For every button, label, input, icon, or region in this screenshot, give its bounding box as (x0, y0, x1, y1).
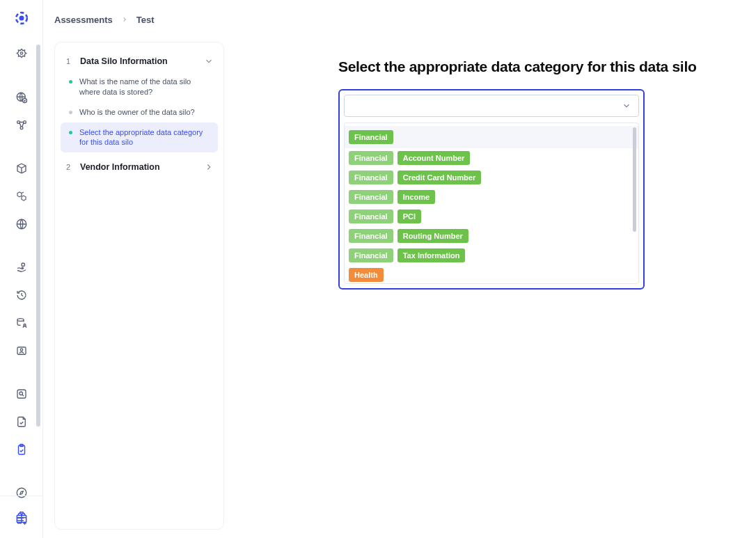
breadcrumb: Assessments Test (43, 0, 756, 39)
breadcrumb-root[interactable]: Assessments (54, 15, 113, 25)
category-tag: Credit Card Number (397, 171, 482, 184)
question-item[interactable]: What is the name of the data silo where … (61, 72, 218, 102)
main-area: Assessments Test 1 Data Silo Information (43, 0, 756, 538)
svg-point-13 (20, 349, 22, 351)
status-dot-icon (69, 111, 72, 114)
app-logo[interactable] (11, 8, 32, 28)
dropdown-scrollbar[interactable] (633, 127, 636, 232)
chevron-down-icon (204, 56, 214, 66)
question-item[interactable]: Who is the owner of the data silo? (61, 102, 218, 122)
category-tag: Routing Number (397, 229, 468, 243)
dropdown-option[interactable]: Health (345, 265, 638, 284)
svg-point-15 (19, 392, 23, 395)
question-text: Select the appropriate data category for… (79, 127, 214, 148)
category-parent-tag: Financial (349, 248, 393, 262)
nav-scroll-indicator (36, 45, 40, 427)
category-dropdown-focus-wrap: Financial Financial Account Number Finan… (338, 89, 645, 290)
category-parent-tag: Financial (349, 171, 393, 184)
dropdown-option[interactable]: Financial Tax Information (345, 246, 638, 265)
dropdown-option[interactable]: Financial Income (345, 187, 638, 207)
nav-clipboard-check[interactable] (0, 436, 42, 464)
dropdown-option[interactable]: Financial (345, 126, 638, 148)
chevron-right-icon (204, 162, 214, 172)
form-area: Select the appropriate data category for… (241, 42, 748, 530)
chevron-right-icon (121, 16, 128, 23)
category-tag: PCI (397, 209, 421, 223)
section-title: Vendor Information (80, 162, 160, 172)
category-tag: Account Number (397, 151, 471, 165)
svg-point-1 (19, 16, 24, 21)
category-parent-tag: Financial (349, 209, 393, 223)
category-parent-tag: Financial (349, 229, 393, 243)
breadcrumb-current: Test (136, 15, 155, 25)
section-header-vendor[interactable]: 2 Vendor Information (61, 157, 218, 177)
status-dot-icon (69, 131, 72, 134)
question-text: Who is the owner of the data silo? (79, 107, 195, 118)
dropdown-option[interactable]: Financial PCI (345, 207, 638, 226)
dropdown-option[interactable]: Financial Routing Number (345, 226, 638, 246)
chevron-down-icon (622, 101, 631, 111)
question-nav-panel: 1 Data Silo Information What is the name… (54, 42, 224, 530)
question-item-active[interactable]: Select the appropriate data category for… (61, 122, 218, 153)
category-tag: Health (349, 268, 384, 282)
svg-point-9 (22, 263, 25, 267)
category-tag: Tax Information (397, 248, 466, 262)
category-tag: Income (397, 190, 436, 204)
dropdown-menu: Financial Financial Account Number Finan… (344, 122, 639, 284)
category-tag: Financial (349, 130, 393, 144)
status-dot-icon (69, 80, 72, 84)
svg-point-10 (17, 319, 24, 322)
section-number: 1 (65, 57, 72, 65)
svg-rect-14 (17, 390, 26, 398)
section-title: Data Silo Information (80, 56, 168, 66)
question-text: What is the name of the data silo where … (79, 77, 214, 97)
svg-point-2 (20, 52, 22, 54)
category-parent-tag: Financial (349, 151, 393, 165)
dropdown-option[interactable]: Financial Credit Card Number (345, 168, 638, 187)
nav-gift[interactable] (0, 503, 42, 531)
dropdown-option[interactable]: Financial Account Number (345, 148, 638, 168)
section-number: 2 (65, 163, 72, 171)
category-dropdown[interactable] (344, 95, 639, 117)
section-header-data-silo[interactable]: 1 Data Silo Information (61, 51, 218, 72)
nav-rail (0, 0, 43, 538)
category-parent-tag: Financial (349, 190, 393, 204)
question-title: Select the appropriate data category for… (338, 58, 731, 75)
